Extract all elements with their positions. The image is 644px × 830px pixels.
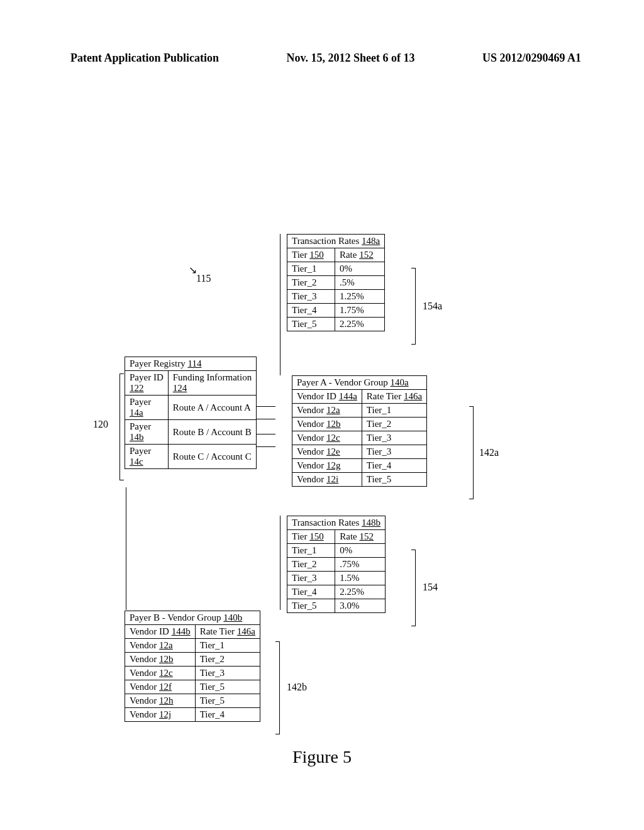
table-row: Vendor 12jTier_4 (125, 708, 260, 722)
figure-caption: Figure 5 (0, 747, 644, 767)
bracket-icon (415, 268, 416, 345)
vendor-id-header: Vendor ID 144b (125, 625, 196, 639)
table-row: Vendor 12cTier_3 (125, 667, 260, 680)
header-center: Nov. 15, 2012 Sheet 6 of 13 (287, 52, 415, 65)
page-header: Patent Application Publication Nov. 15, … (70, 52, 581, 65)
payer-id-header: Payer ID 122 (125, 371, 169, 396)
table-row: Vendor 12aTier_1 (292, 404, 427, 418)
rate-tier-header: Rate Tier 146a (362, 390, 426, 404)
table-row: Tier_31.25% (287, 290, 385, 304)
table-row: Vendor 12bTier_2 (125, 653, 260, 667)
bracket-icon (119, 374, 120, 480)
rates-a-rate-header: Rate 152 (335, 248, 384, 262)
table-row: Vendor 12fTier_5 (125, 680, 260, 694)
connector-line (126, 487, 126, 610)
rates-b-rate-header: Rate 152 (335, 530, 386, 544)
vendor-group-a-table: Payer A - Vendor Group 140a Vendor ID 14… (292, 375, 427, 487)
funding-header: Funding Information 124 (168, 371, 256, 396)
connector-line (257, 446, 275, 447)
header-right: US 2012/0290469 A1 (482, 52, 581, 65)
vendor-group-a-title: Payer A - Vendor Group 140a (292, 376, 427, 390)
transaction-rates-a-table: Transaction Rates 148a Tier 150 Rate 152… (287, 234, 385, 331)
rates-b-tier-header: Tier 150 (287, 530, 335, 544)
ref-154a: 154a (423, 301, 442, 312)
vendor-group-b-table: Payer B - Vendor Group 140b Vendor ID 14… (125, 611, 260, 722)
table-row: Vendor 12cTier_3 (292, 431, 427, 445)
payer-registry-table: Payer Registry 114 Payer ID 122 Funding … (125, 357, 257, 469)
table-row: Tier_2.75% (287, 558, 386, 572)
vendor-group-b-title: Payer B - Vendor Group 140b (125, 611, 260, 625)
rates-a-title: Transaction Rates 148a (287, 235, 385, 248)
table-row: Payer 14c Route C / Account C (125, 445, 257, 469)
connector-line (257, 434, 275, 434)
table-row: Vendor 12gTier_4 (292, 459, 427, 473)
table-row: Vendor 12aTier_1 (125, 639, 260, 653)
connector-line (280, 234, 280, 375)
bracket-icon (279, 641, 280, 734)
bracket-icon (473, 406, 474, 499)
table-row: Payer 14a Route A / Account A (125, 396, 257, 420)
table-row: Tier_53.0% (287, 599, 386, 613)
transaction-rates-b-table: Transaction Rates 148b Tier 150 Rate 152… (287, 516, 386, 613)
table-row: Vendor 12bTier_2 (292, 418, 427, 431)
connector-line (257, 406, 275, 407)
connector-line (257, 419, 275, 419)
table-row: Tier_41.75% (287, 304, 385, 318)
ref-142b: 142b (287, 682, 307, 693)
rates-b-title: Transaction Rates 148b (287, 516, 386, 530)
payer-registry-title: Payer Registry 114 (125, 357, 257, 371)
ref-120: 120 (93, 419, 108, 430)
table-row: Tier_10% (287, 544, 386, 558)
table-row: Vendor 12eTier_3 (292, 445, 427, 459)
table-row: Payer 14b Route B / Account B (125, 420, 257, 445)
table-row: Tier_10% (287, 262, 385, 276)
bracket-icon (415, 550, 416, 626)
table-row: Tier_52.25% (287, 318, 385, 331)
ref-154: 154 (423, 582, 438, 593)
ref-115: 115 (196, 273, 211, 284)
header-left: Patent Application Publication (70, 52, 219, 65)
table-row: Vendor 12hTier_5 (125, 694, 260, 708)
ref-142a: 142a (479, 447, 499, 458)
rate-tier-header: Rate Tier 146a (195, 625, 260, 639)
connector-line (280, 516, 280, 610)
vendor-id-header: Vendor ID 144a (292, 390, 362, 404)
table-row: Vendor 12iTier_5 (292, 473, 427, 487)
table-row: Tier_31.5% (287, 572, 386, 585)
rates-a-tier-header: Tier 150 (287, 248, 335, 262)
table-row: Tier_42.25% (287, 585, 386, 599)
table-row: Tier_2.5% (287, 276, 385, 290)
